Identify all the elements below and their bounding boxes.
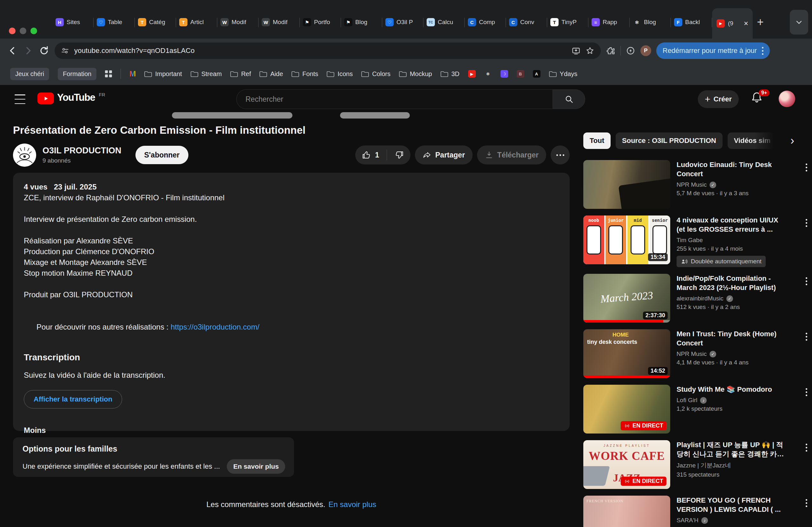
- video-thumbnail[interactable]: JAZZNE PLAYLISTWORK CAFEJAZZEN DIRECT: [583, 440, 670, 489]
- hamburger-menu-icon[interactable]: [15, 94, 25, 104]
- tab-8[interactable]: ⚑Blog: [341, 6, 382, 39]
- bookmark-folder[interactable]: Mockup: [399, 70, 432, 78]
- tab-4[interactable]: TArticl: [176, 6, 217, 39]
- suggestion-title[interactable]: Playlist | 재즈 UP 능률 UP 🙌 | 적당히 신나고 듣기 좋은…: [677, 440, 787, 458]
- tab-12[interactable]: CConv: [506, 6, 547, 39]
- video-thumbnail[interactable]: 21:22: [583, 160, 670, 209]
- video-thumbnail[interactable]: March 20232:37:30: [583, 274, 670, 322]
- suggestion-channel[interactable]: alexrainbirdMusic✓: [677, 295, 787, 302]
- more-options-icon[interactable]: [804, 161, 809, 174]
- suggestion-video-3[interactable]: March 20232:37:30Indie/Pop/Folk Compilat…: [583, 274, 809, 322]
- bookmark-pill[interactable]: Jeux chéri: [10, 68, 49, 80]
- youtube-favicon[interactable]: ▶: [468, 70, 476, 78]
- reload-icon[interactable]: [39, 45, 49, 56]
- channel-avatar[interactable]: [13, 144, 36, 167]
- tab-5[interactable]: WModif: [217, 6, 259, 39]
- suggestion-title[interactable]: BEFORE YOU GO ( FRENCH VERSION ) LEWIS C…: [677, 496, 787, 514]
- suggestion-video-7[interactable]: FRENCH VERSIONBEFORE YOU GOBEFORE YOU GO…: [583, 496, 809, 527]
- filter-chip-1[interactable]: Tout: [583, 133, 611, 149]
- video-thumbnail[interactable]: FRENCH VERSIONBEFORE YOU GO: [583, 496, 670, 527]
- suggestion-title[interactable]: Indie/Pop/Folk Compilation - March 2023 …: [677, 274, 787, 292]
- tab-14[interactable]: ≡Rapp: [589, 6, 629, 39]
- suggestion-channel[interactable]: NPR Music✓: [677, 350, 787, 358]
- extensions-puzzle-icon[interactable]: [606, 46, 615, 56]
- bookmark-folder[interactable]: Important: [144, 70, 182, 78]
- suggestion-video-1[interactable]: 21:22Ludovico Einaudi: Tiny Desk Concert…: [583, 160, 809, 209]
- site-settings-icon[interactable]: [61, 47, 69, 55]
- close-tab-icon[interactable]: ×: [744, 20, 748, 27]
- crescent-favicon[interactable]: ☽: [501, 70, 508, 78]
- bookmark-star-icon[interactable]: [585, 46, 594, 55]
- suggestion-video-5[interactable]: EN DIRECTStudy With Me 📚 PomodoroLofi Gi…: [583, 385, 809, 434]
- filter-chip-3[interactable]: Vidéos sim: [728, 133, 777, 149]
- video-thumbnail[interactable]: noobjuniormidsenior15:34: [583, 215, 670, 264]
- browser-menu-kebab-icon[interactable]: [762, 46, 764, 56]
- channel-name[interactable]: O3IL PRODUCTION: [43, 146, 121, 155]
- tab-10[interactable]: TCCalcu: [423, 6, 465, 39]
- filter-chip-2[interactable]: Source : O3IL PRODUCTION: [616, 133, 723, 149]
- more-options-icon[interactable]: [804, 497, 809, 509]
- letter-b-favicon[interactable]: B: [517, 70, 524, 78]
- tab-9[interactable]: ♡O3il P: [382, 6, 423, 39]
- performance-icon[interactable]: [626, 46, 635, 56]
- tab-6[interactable]: WModif: [259, 6, 300, 39]
- comments-learn-more-link[interactable]: En savoir plus: [329, 500, 377, 509]
- family-learn-more-button[interactable]: En savoir plus: [227, 459, 285, 474]
- show-transcription-button[interactable]: Afficher la transcription: [24, 390, 122, 408]
- gmail-icon[interactable]: M: [129, 70, 136, 78]
- url-bar[interactable]: youtube.com/watch?v=qnOD1asLACo: [55, 43, 601, 59]
- more-options-icon[interactable]: [804, 217, 809, 229]
- description-card[interactable]: 4 vues 23 juil. 2025 ZCE, interview de R…: [13, 173, 570, 431]
- openai-favicon[interactable]: ✻: [484, 70, 492, 78]
- bookmark-folder[interactable]: Icons: [327, 70, 353, 78]
- subscribe-button[interactable]: S'abonner: [135, 146, 189, 164]
- suggestion-video-6[interactable]: JAZZNE PLAYLISTWORK CAFEJAZZEN DIRECTPla…: [583, 440, 809, 489]
- browser-profile-avatar[interactable]: P: [640, 45, 651, 56]
- notifications-bell-icon[interactable]: 9+: [751, 91, 763, 104]
- tab-1[interactable]: HSites: [52, 6, 93, 39]
- suggestion-title[interactable]: Men I Trust: Tiny Desk (Home) Concert: [677, 329, 787, 348]
- thumbs-down-icon[interactable]: [395, 150, 404, 160]
- bookmark-folder[interactable]: Aide: [259, 70, 283, 78]
- download-button[interactable]: Télécharger: [477, 146, 546, 164]
- suggestion-video-4[interactable]: HOMEtiny desk concerts14:52Men I Trust: …: [583, 329, 809, 378]
- tab-2[interactable]: ♡Table: [93, 6, 135, 39]
- minimize-window-button[interactable]: [20, 28, 26, 34]
- tab-search-chevron-icon[interactable]: [790, 10, 808, 34]
- fullscreen-window-button[interactable]: [30, 28, 37, 34]
- apps-grid-icon[interactable]: [105, 70, 112, 77]
- suggestion-title[interactable]: Ludovico Einaudi: Tiny Desk Concert: [677, 160, 787, 178]
- bookmark-folder[interactable]: Ref: [230, 70, 251, 78]
- tab-7[interactable]: ⚑Portfo: [300, 6, 341, 39]
- more-options-icon[interactable]: [804, 386, 809, 398]
- forward-icon[interactable]: [23, 45, 34, 56]
- search-button[interactable]: [553, 89, 585, 109]
- collapse-description-button[interactable]: Moins: [24, 425, 559, 436]
- suggestion-title[interactable]: Study With Me 📚 Pomodoro: [677, 385, 787, 394]
- bookmark-folder[interactable]: Stream: [191, 70, 222, 78]
- search-input[interactable]: [236, 89, 553, 109]
- suggestion-video-2[interactable]: noobjuniormidsenior15:344 niveaux de con…: [583, 215, 809, 267]
- back-icon[interactable]: [7, 45, 18, 56]
- chips-scroll-chevron-icon[interactable]: ›: [791, 133, 794, 149]
- suggestion-title[interactable]: 4 niveaux de conception UI/UX (et les GR…: [677, 215, 787, 234]
- create-button[interactable]: + Créer: [698, 90, 739, 108]
- bookmark-pill[interactable]: Formation: [58, 68, 97, 80]
- url-text[interactable]: youtube.com/watch?v=qnOD1asLACo: [74, 47, 566, 55]
- tab-15[interactable]: ✻Blog: [629, 6, 671, 39]
- close-window-button[interactable]: [9, 28, 16, 34]
- tab-13[interactable]: TTinyP: [547, 6, 589, 39]
- channel-website-link[interactable]: https://o3ilproduction.com/: [171, 322, 259, 331]
- thumbs-up-icon[interactable]: [362, 150, 371, 160]
- tab-3[interactable]: TCatég: [135, 6, 176, 39]
- bookmark-folder[interactable]: 3D: [440, 70, 460, 78]
- video-thumbnail[interactable]: HOMEtiny desk concerts14:52: [583, 329, 670, 378]
- tab-active-youtube[interactable]: ▶ (9 ×: [712, 8, 753, 39]
- more-options-icon[interactable]: [804, 331, 809, 343]
- youtube-logo[interactable]: YouTube FR: [38, 92, 105, 104]
- suggestion-channel[interactable]: Jazzne | 기분Jazz네: [677, 462, 787, 470]
- more-actions-button[interactable]: [551, 146, 570, 164]
- user-avatar[interactable]: [779, 91, 795, 107]
- more-options-icon[interactable]: [804, 275, 809, 287]
- suggestion-channel[interactable]: NPR Music✓: [677, 181, 787, 188]
